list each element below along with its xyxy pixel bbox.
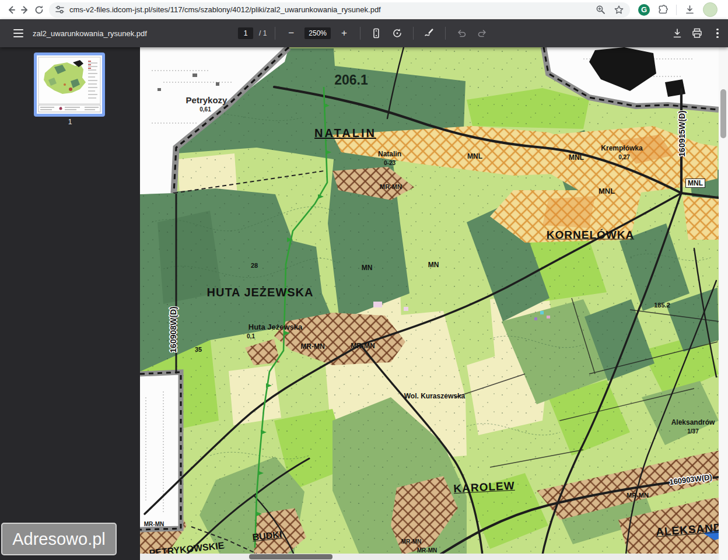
vertical-scrollbar-thumb[interactable]	[720, 89, 726, 138]
url-text[interactable]: cms-v2-files.idcom-jst.pl/sites/117/cms/…	[69, 5, 591, 14]
zoom-level-input[interactable]: 250%	[304, 27, 331, 39]
undo-icon	[456, 27, 467, 39]
toolbar-separator	[413, 27, 414, 40]
horizontal-scrollbar-thumb[interactable]	[249, 554, 332, 559]
rotate-button[interactable]	[390, 26, 405, 41]
screenshot-root: cms-v2-files.idcom-jst.pl/sites/117/cms/…	[0, 0, 728, 560]
forward-arrow-icon	[20, 5, 30, 15]
pdf-print-button[interactable]	[690, 26, 705, 41]
toolbar-divider	[676, 5, 677, 15]
site-info-icon[interactable]	[55, 5, 65, 15]
pdf-toolbar: zal2_uwarunkowania_rysunek.pdf 1 / 1 − 2…	[0, 19, 728, 47]
thumbnail-panel: 1 Adresowo.pl	[0, 47, 140, 560]
page-total-label: / 1	[259, 29, 267, 37]
page-zoom-icon[interactable]	[596, 5, 606, 15]
toolbar-separator	[445, 27, 446, 40]
vertical-scrollbar[interactable]	[719, 47, 728, 560]
zoom-out-button[interactable]: −	[284, 26, 299, 41]
pdf-center-controls: 1 / 1 − 250% +	[238, 19, 490, 47]
pdf-document-viewport[interactable]: 206.1NATALINNatalin0-23MNLMNLKrempłówka0…	[140, 47, 719, 560]
page-thumbnail[interactable]	[34, 52, 105, 117]
forward-button[interactable]	[20, 2, 30, 18]
toolbar-separator	[360, 27, 360, 40]
adresowo-watermark: Adresowo.pl	[1, 523, 117, 555]
pdf-right-tools	[670, 19, 722, 47]
browser-menu-kebab[interactable]	[725, 5, 728, 14]
undo-button[interactable]	[454, 26, 469, 41]
back-arrow-icon	[6, 5, 16, 15]
pdf-menu-hamburger[interactable]	[9, 24, 27, 42]
thumbnail-map-preview	[37, 55, 102, 114]
profile-avatar[interactable]	[703, 2, 718, 17]
pdf-filename: zal2_uwarunkowania_rysunek.pdf	[33, 29, 147, 38]
reload-icon	[34, 5, 44, 15]
url-bar[interactable]: cms-v2-files.idcom-jst.pl/sites/117/cms/…	[49, 2, 630, 18]
print-icon	[691, 27, 703, 39]
toolbar-separator	[275, 27, 275, 40]
thumbnail-page-number: 1	[0, 118, 140, 126]
zoom-in-button[interactable]: +	[337, 26, 352, 41]
browser-toolbar: cms-v2-files.idcom-jst.pl/sites/117/cms/…	[0, 0, 728, 20]
extensions-puzzle-icon[interactable]	[657, 4, 668, 15]
rotate-icon	[391, 27, 403, 39]
reload-button[interactable]	[34, 2, 44, 18]
pdf-download-button[interactable]	[670, 26, 685, 41]
fit-page-button[interactable]	[369, 26, 384, 41]
back-button[interactable]	[6, 2, 16, 18]
redo-icon	[477, 27, 488, 39]
annotate-button[interactable]	[422, 26, 437, 41]
fit-page-icon	[370, 27, 382, 39]
grammarly-extension-icon[interactable]: G	[638, 4, 650, 16]
pdf-more-kebab[interactable]	[713, 29, 722, 38]
page-number-input[interactable]: 1	[238, 27, 253, 39]
bookmark-star-icon[interactable]	[614, 5, 624, 15]
redo-button[interactable]	[475, 26, 490, 41]
horizontal-scrollbar[interactable]	[140, 554, 719, 560]
browser-download-icon[interactable]	[684, 4, 695, 15]
annotate-pen-icon	[424, 27, 435, 39]
pdf-download-icon	[671, 27, 683, 39]
map-page-graphic	[140, 47, 719, 560]
